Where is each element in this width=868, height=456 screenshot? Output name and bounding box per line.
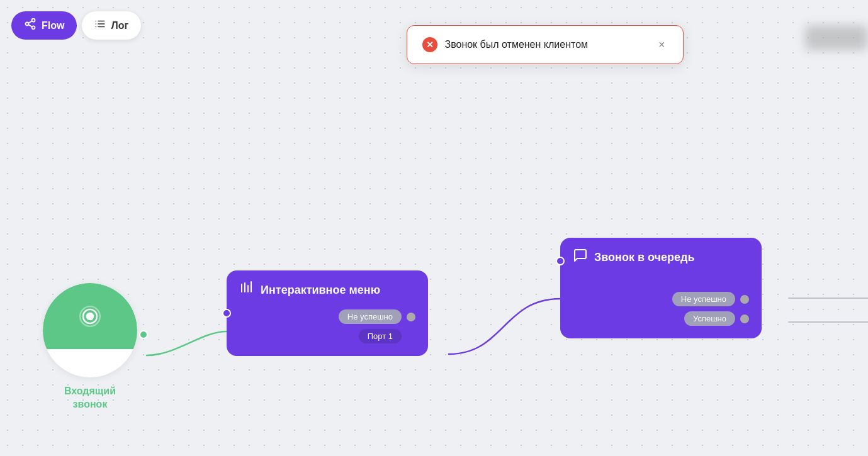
blurred-content [805,25,868,50]
incoming-call-node[interactable]: Входящий звонок [37,283,144,411]
queue-node-header: Звонок в очередь [573,248,749,267]
menu-port-fail-label: Не успешно [339,309,402,324]
flow-button[interactable]: Flow [11,11,77,40]
toast-error-icon: ✕ [422,37,437,52]
menu-input-dot [222,309,231,318]
queue-port-fail-row: Не успешно [573,292,749,306]
menu-port1-label: Порт 1 [359,329,402,343]
log-button[interactable]: Лог [82,11,141,40]
toolbar: Flow Лог [11,11,141,40]
svg-line-3 [28,25,32,26]
incoming-call-top [43,283,137,349]
queue-input-dot [556,257,565,265]
incoming-call-label: Входящий звонок [37,385,144,411]
menu-port1-dot[interactable] [407,332,415,341]
menu-port-fail-row: Не успешно [239,309,415,324]
menu-node-title: Интерактивное меню [261,284,380,297]
toast-close-button[interactable]: × [656,38,668,52]
flow-icon [24,18,37,33]
incoming-call-icon [78,304,102,328]
incoming-call-circle [43,283,137,377]
menu-node-header: Интерактивное меню [239,281,415,299]
toast-message: Звонок был отменен клиентом [445,39,648,50]
flow-label: Flow [42,20,64,31]
queue-node-title: Звонок в очередь [594,251,695,264]
queue-port-success-label: Успешно [684,311,735,326]
queue-port-success-dot[interactable] [740,314,749,323]
queue-port-fail-label: Не успешно [672,292,735,306]
menu-port-fail-dot[interactable] [407,313,415,321]
log-label: Лог [111,20,128,31]
menu-node-icon [239,281,254,299]
queue-port-success-row: Успешно [573,311,749,326]
queue-node-icon [573,248,588,267]
queue-port-fail-dot[interactable] [740,295,749,304]
menu-port1-row: Порт 1 [239,329,415,343]
queue-call-node[interactable]: Звонок в очередь Не успешно Успешно [560,238,762,338]
flow-canvas: Flow Лог ✕ Звонок был отменен клиентом × [0,0,868,456]
incoming-output-dot [139,330,148,339]
toast-notification: ✕ Звонок был отменен клиентом × [407,25,684,64]
svg-line-4 [28,21,32,23]
interactive-menu-node[interactable]: Интерактивное меню Не успешно Порт 1 [227,270,428,356]
log-icon [94,18,106,33]
